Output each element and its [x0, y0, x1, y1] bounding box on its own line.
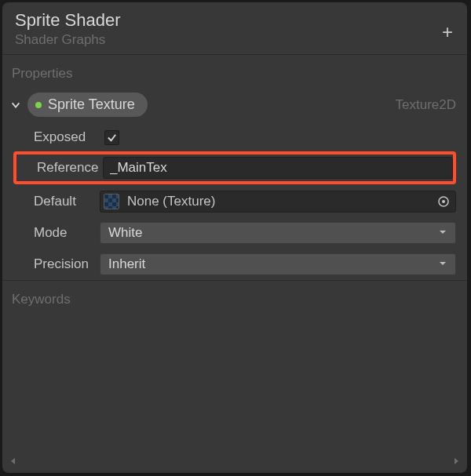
precision-dropdown[interactable]: Inherit [100, 253, 456, 275]
check-icon [107, 133, 117, 143]
plus-icon: + [442, 21, 453, 42]
properties-section-label: Properties [2, 54, 467, 88]
object-picker-button[interactable] [436, 194, 451, 209]
precision-label: Precision [13, 256, 100, 272]
inspector-panel: Sprite Shader Shader Graphs + Properties… [2, 2, 467, 473]
reference-row: Reference [16, 157, 453, 179]
chevron-down-icon [438, 256, 447, 272]
mode-row: Mode White [13, 217, 456, 249]
property-type: Texture2D [396, 97, 456, 113]
panel-subtitle: Shader Graphs [15, 32, 455, 48]
keywords-section-label: Keywords [2, 280, 467, 314]
mode-value: White [108, 225, 142, 241]
property-pill[interactable]: Sprite Texture [27, 93, 148, 117]
property-header-row[interactable]: Sprite Texture Texture2D [2, 88, 467, 122]
scroll-left-icon[interactable] [9, 455, 18, 469]
scroll-right-icon[interactable] [451, 455, 461, 469]
add-button[interactable]: + [442, 23, 453, 42]
default-row: Default None (Texture) [13, 186, 456, 217]
mode-dropdown[interactable]: White [100, 222, 456, 244]
chevron-down-icon [438, 225, 447, 241]
exposed-label: Exposed [13, 129, 100, 145]
panel-footer [2, 454, 467, 473]
chevron-down-icon[interactable] [9, 100, 23, 111]
property-fields: Exposed Reference Default None (Texture) [2, 122, 467, 280]
exposed-checkbox[interactable] [104, 130, 119, 145]
panel-header: Sprite Shader Shader Graphs + [2, 2, 467, 54]
status-dot-icon [35, 102, 42, 108]
texture-swatch-icon [104, 194, 119, 209]
exposed-row: Exposed [13, 125, 456, 150]
default-label: Default [13, 194, 100, 209]
svg-point-1 [442, 200, 445, 203]
reference-highlight: Reference [13, 151, 456, 184]
mode-label: Mode [13, 225, 100, 241]
precision-row: Precision Inherit [13, 249, 456, 280]
target-icon [437, 195, 450, 208]
property-name: Sprite Texture [48, 96, 135, 113]
default-value-text: None (Texture) [127, 194, 429, 209]
panel-title: Sprite Shader [15, 10, 455, 31]
reference-label: Reference [16, 160, 103, 176]
reference-input[interactable] [103, 157, 453, 179]
default-object-field[interactable]: None (Texture) [100, 191, 456, 213]
precision-value: Inherit [108, 256, 145, 272]
